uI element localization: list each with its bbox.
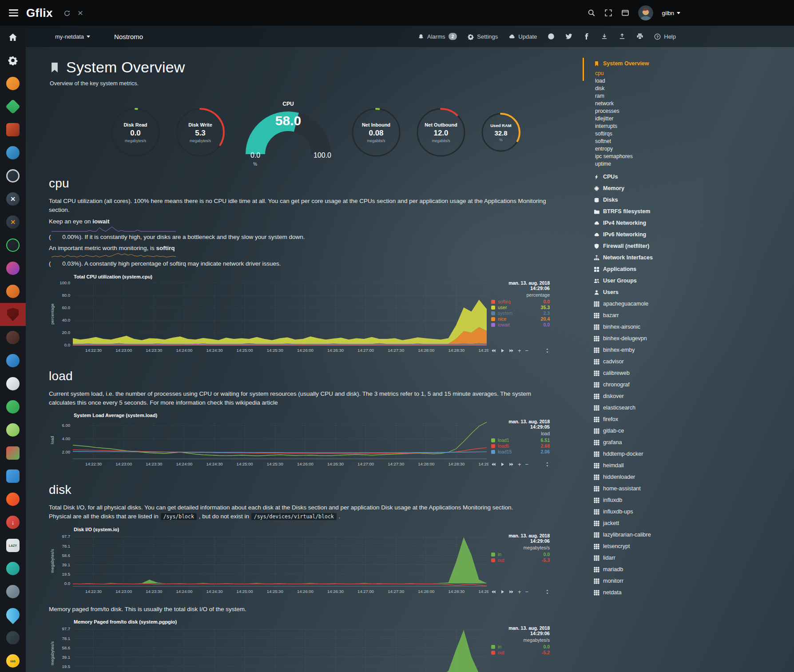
legend-row-out[interactable]: out-5.2 (491, 650, 550, 655)
refresh-tab-icon[interactable] (64, 9, 71, 17)
menu-item-cpus[interactable]: CPUs (583, 171, 794, 183)
menu-item-disk[interactable]: disk (583, 84, 794, 92)
legend-row-out[interactable]: out-5.3 (491, 558, 550, 563)
rail-app-red-down[interactable]: ↓ (0, 511, 26, 534)
chart-pan-forward-button[interactable] (509, 348, 514, 353)
menu-item-btrfs-filesystem[interactable]: BTRFS filesystem (583, 206, 794, 217)
chart-play-button[interactable] (500, 589, 505, 594)
facebook-button[interactable] (583, 33, 590, 40)
menu-item-influxdb[interactable]: influxdb (583, 494, 794, 506)
menu-item-bazarr[interactable]: bazarr (583, 310, 794, 321)
rail-app-teal[interactable] (0, 557, 26, 580)
rail-app-gitlab[interactable] (0, 488, 26, 511)
rail-settings[interactable] (0, 49, 26, 72)
menu-item-netdata[interactable]: netdata (583, 587, 794, 598)
user-menu[interactable]: gilbn (662, 10, 680, 16)
legend-row-load1[interactable]: load16.51 (491, 438, 550, 443)
legend-row-load15[interactable]: load152.06 (491, 449, 550, 454)
rail-app-bolt-ring[interactable] (0, 234, 26, 257)
rail-app-search-dark[interactable] (0, 164, 26, 187)
chart-play-button[interactable] (500, 462, 505, 467)
chart-canvas-pgpgio[interactable]: 0.019.539.158.678.197.714:22:3014:23:001… (49, 625, 488, 672)
legend-row-iowait[interactable]: iowait0.0 (491, 322, 550, 327)
legend-row-nice[interactable]: nice20.4 (491, 317, 550, 322)
close-tab-icon[interactable]: × (78, 8, 83, 17)
chart-canvas-load[interactable]: 2.004.006.0014:22:3014:23:0014:23:3014:2… (49, 419, 488, 469)
menu-item-firefox[interactable]: firefox (583, 414, 794, 425)
rail-app-orange-2[interactable] (0, 280, 26, 303)
menu-item-entropy[interactable]: entropy (583, 145, 794, 152)
menu-item-binhex-delugevpn[interactable]: binhex-delugevpn (583, 333, 794, 344)
menu-item-influxdb-ups[interactable]: influxdb-ups (583, 506, 794, 517)
menu-item-interrupts[interactable]: interrupts (583, 122, 794, 130)
legend-row-in[interactable]: in0.0 (491, 552, 550, 557)
menu-item-idlejitter[interactable]: idlejitter (583, 115, 794, 122)
fullscreen-icon[interactable] (604, 9, 612, 17)
menu-item-cpu[interactable]: cpu (583, 69, 794, 77)
rail-app-shield-selected[interactable] (0, 303, 26, 326)
menu-item-hddtemp-docker[interactable]: hddtemp-docker (583, 448, 794, 460)
menu-item-grafana[interactable]: grafana (583, 437, 794, 448)
rail-app-lime[interactable] (0, 418, 26, 441)
menu-item-hiddenloader[interactable]: hiddenloader (583, 471, 794, 483)
chart-resize-handle[interactable] (545, 589, 550, 594)
rail-app-sabnzbd[interactable]: sab (0, 649, 26, 672)
menu-item-system-overview[interactable]: System Overview (583, 58, 794, 69)
chart-zoom-out-button[interactable]: − (525, 348, 529, 354)
menu-item-calibreweb[interactable]: calibreweb (583, 367, 794, 379)
rail-app-blue-tile[interactable] (0, 465, 26, 488)
menu-item-binhex-airsonic[interactable]: binhex-airsonic (583, 321, 794, 333)
menu-item-gitlab-ce[interactable]: gitlab-ce (583, 425, 794, 437)
chart-canvas-disk[interactable]: 0.019.539.158.678.197.714:22:3014:23:001… (49, 533, 488, 596)
menu-item-heimdall[interactable]: heimdall (583, 460, 794, 471)
import-button[interactable] (601, 33, 608, 40)
menu-item-users[interactable]: Users (583, 286, 794, 298)
github-button[interactable] (548, 33, 555, 40)
menu-item-lazylibrarian-calibre[interactable]: lazylibrarian-calibre (583, 529, 794, 541)
menu-item-lidarr[interactable]: lidarr (583, 552, 794, 564)
gauge-net-inbound[interactable]: Net Inbound0.08megabits/s (350, 106, 402, 159)
menu-item-ipc-semaphores[interactable]: ipc semaphores (583, 152, 794, 160)
rail-app-dark-x[interactable]: ✕ (0, 187, 26, 211)
print-button[interactable] (636, 33, 643, 40)
rail-app-horseshoe[interactable] (0, 372, 26, 395)
help-button[interactable]: ?Help (654, 33, 676, 40)
menu-item-softnet[interactable]: softnet (583, 137, 794, 145)
chart-play-button[interactable] (500, 348, 505, 353)
menu-item-ipv4-networking[interactable]: IPv4 Networking (583, 217, 794, 229)
twitter-button[interactable] (565, 33, 572, 40)
gauge-disk-write[interactable]: Disk Write5.3megabytes/s (174, 106, 226, 159)
menu-item-chronograf[interactable]: chronograf (583, 379, 794, 390)
legend-row-system[interactable]: system2.3 (491, 311, 550, 316)
menu-item-letsencrypt[interactable]: letsencrypt (583, 541, 794, 552)
rail-app-lazylibrarian[interactable]: LAZY (0, 534, 26, 557)
chart-zoom-in-button[interactable]: + (518, 589, 521, 595)
rail-app-multicolor[interactable] (0, 257, 26, 280)
menu-item-jackett[interactable]: jackett (583, 517, 794, 529)
menu-item-elasticsearch[interactable]: elasticsearch (583, 402, 794, 414)
menu-item-home-assistant[interactable]: home-assistant (583, 483, 794, 494)
search-icon[interactable] (588, 9, 596, 17)
menu-item-network-interfaces[interactable]: Network Interfaces (583, 252, 794, 263)
menu-item-diskover[interactable]: diskover (583, 390, 794, 402)
settings-button[interactable]: Settings (468, 33, 498, 40)
rail-app-airsonic[interactable] (0, 141, 26, 164)
tabs-icon[interactable] (621, 9, 629, 17)
avatar[interactable] (638, 5, 653, 20)
server-dropdown[interactable]: my-netdata (55, 33, 90, 40)
legend-row-load5[interactable]: load52.68 (491, 444, 550, 449)
gauge-cpu[interactable]: CPU58.00.0100.0% (242, 103, 335, 162)
chart-zoom-out-button[interactable]: − (525, 589, 529, 595)
chart-canvas-cpu[interactable]: 0.020.040.060.080.0100.014:22:3014:23:00… (49, 280, 488, 355)
chart-resize-handle[interactable] (545, 348, 550, 353)
rail-app-gray[interactable] (0, 580, 26, 603)
rail-app-influx-drop[interactable] (0, 603, 26, 626)
rail-app-orange-circle[interactable] (0, 72, 26, 95)
gauge-disk-read[interactable]: Disk Read0.0megabytes/s (109, 106, 162, 159)
rail-app-dark[interactable] (0, 626, 26, 649)
menu-item-mariadb[interactable]: mariadb (583, 564, 794, 575)
rail-app-berry[interactable] (0, 326, 26, 349)
menu-item-uptime[interactable]: uptime (583, 160, 794, 167)
rail-home[interactable] (0, 26, 26, 49)
menu-item-load[interactable]: load (583, 77, 794, 84)
